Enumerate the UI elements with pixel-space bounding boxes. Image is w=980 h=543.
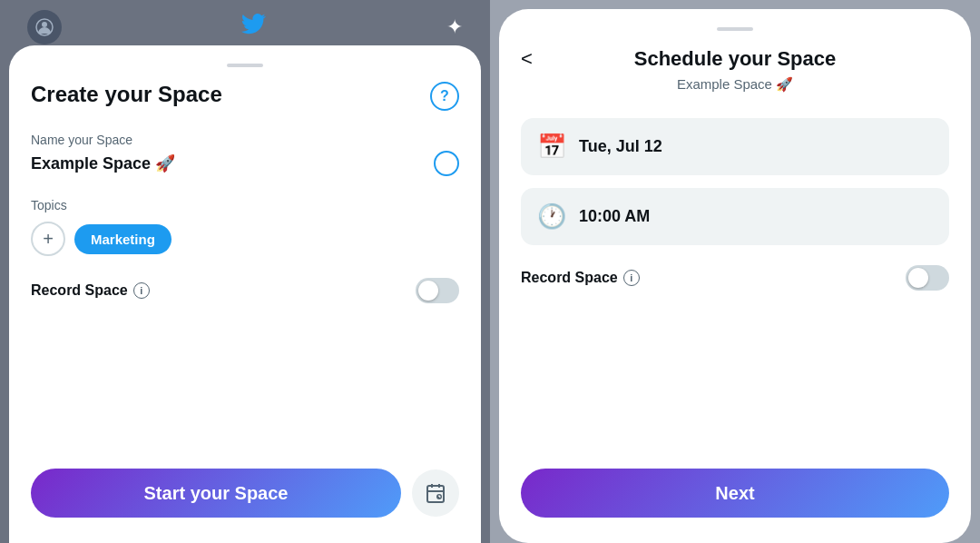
schedule-space-card: < Schedule your Space Example Space 🚀 📅 … <box>499 9 971 543</box>
record-label: Record Space <box>31 282 128 299</box>
start-space-button[interactable]: Start your Space <box>31 469 401 518</box>
record-toggle-right[interactable] <box>906 265 949 291</box>
record-info-icon[interactable]: i <box>133 282 150 299</box>
name-label: Name your Space <box>31 133 459 147</box>
marketing-chip[interactable]: Marketing <box>74 224 172 254</box>
record-row-right: Record Space i <box>521 265 949 291</box>
schedule-notch <box>717 27 753 31</box>
record-info-icon-right[interactable]: i <box>623 270 640 286</box>
record-row: Record Space i <box>31 278 459 303</box>
profile-icon[interactable] <box>27 10 62 44</box>
calendar-icon: 📅 <box>537 133 566 161</box>
schedule-subtitle: Example Space 🚀 <box>521 76 949 93</box>
svg-point-1 <box>42 22 47 27</box>
record-label-right: Record Space <box>521 270 618 286</box>
svg-rect-2 <box>427 486 444 502</box>
create-title: Create your Space <box>31 82 222 107</box>
schedule-button[interactable] <box>412 469 459 517</box>
time-text: 10:00 AM <box>579 207 650 226</box>
bottom-actions: Start your Space <box>31 469 459 518</box>
schedule-title: Schedule your Space <box>634 47 837 71</box>
twitter-logo <box>241 14 267 42</box>
add-topic-button[interactable]: + <box>31 222 65 256</box>
left-background: ✦ Create your Space ? Name your Space To… <box>0 0 490 543</box>
phone-notch <box>227 64 263 67</box>
schedule-header: < Schedule your Space <box>521 47 949 71</box>
screen-container: ✦ Create your Space ? Name your Space To… <box>0 0 980 543</box>
record-label-group: Record Space i <box>31 282 150 299</box>
space-name-input[interactable] <box>31 154 434 173</box>
help-button[interactable]: ? <box>430 82 459 111</box>
topics-label: Topics <box>31 198 459 212</box>
time-selector[interactable]: 🕐 10:00 AM <box>521 188 949 245</box>
topics-row: + Marketing <box>31 222 459 256</box>
next-button[interactable]: Next <box>521 469 949 518</box>
clock-icon: 🕐 <box>537 202 566 231</box>
topics-section: Topics + Marketing <box>31 198 459 256</box>
sparkle-icon[interactable]: ✦ <box>446 15 463 39</box>
record-label-group-right: Record Space i <box>521 270 640 286</box>
create-space-card: Create your Space ? Name your Space Topi… <box>9 45 481 543</box>
record-toggle[interactable] <box>416 278 459 303</box>
create-header: Create your Space ? <box>31 82 459 111</box>
name-field-row <box>31 151 459 176</box>
name-toggle[interactable] <box>434 151 459 176</box>
date-selector[interactable]: 📅 Tue, Jul 12 <box>521 118 949 175</box>
back-button[interactable]: < <box>521 47 533 71</box>
date-text: Tue, Jul 12 <box>579 137 662 156</box>
right-background: < Schedule your Space Example Space 🚀 📅 … <box>490 0 980 543</box>
